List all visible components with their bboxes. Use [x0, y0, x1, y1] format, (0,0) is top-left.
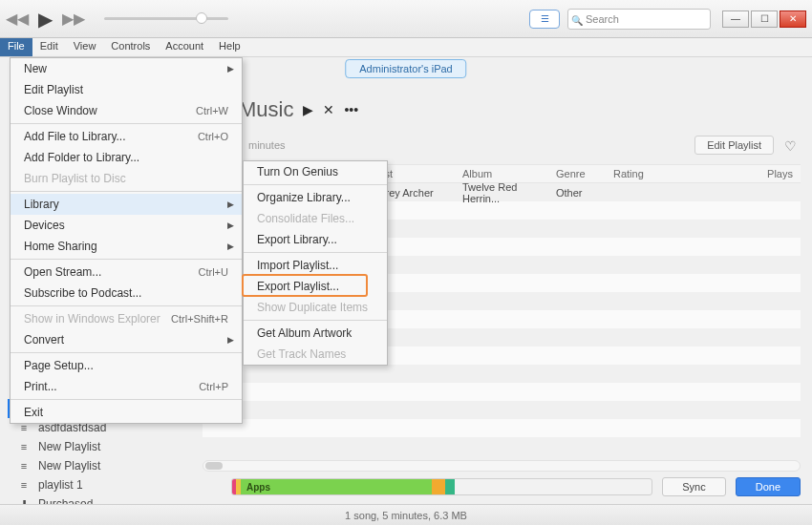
menu-item[interactable]: Library▶	[11, 194, 242, 215]
menu-item[interactable]: Convert▶	[11, 329, 242, 350]
status-bar: 1 song, 5 minutes, 6.3 MB	[0, 504, 812, 525]
storage-seg-teal	[445, 479, 455, 494]
table-row[interactable]	[203, 383, 801, 401]
menu-item[interactable]: Exit	[11, 402, 242, 423]
maximize-button[interactable]: ☐	[751, 10, 778, 28]
storage-seg-apps: Apps	[241, 479, 432, 494]
sidebar-label: New Playlist	[38, 459, 100, 472]
love-icon[interactable]: ♡	[784, 138, 797, 154]
sync-button[interactable]: Sync	[662, 477, 725, 496]
col-rating[interactable]: Rating	[608, 168, 665, 179]
menu-item[interactable]: Close WindowCtrl+W	[11, 100, 242, 121]
sidebar-label: New Playlist	[38, 440, 100, 453]
menu-item[interactable]: Get Album Artwork	[244, 323, 387, 344]
table-row[interactable]	[203, 401, 801, 419]
device-pill[interactable]: Administrator's iPad	[345, 59, 466, 78]
menu-item[interactable]: Subscribe to Podcast...	[11, 283, 242, 304]
menu-account[interactable]: Account	[158, 38, 211, 56]
menu-item[interactable]: Add Folder to Library...	[11, 147, 242, 168]
sidebar-item[interactable]: ≡playlist 1	[8, 475, 199, 494]
done-button[interactable]: Done	[736, 477, 801, 496]
shuffle-icon[interactable]: ✕	[323, 102, 334, 117]
menu-item[interactable]: New▶	[11, 58, 242, 79]
menu-item[interactable]: Turn On Genius	[244, 161, 387, 182]
menubar: FileEditViewControlsAccountHelp	[0, 38, 812, 57]
menu-item: Show in Windows ExplorerCtrl+Shift+R	[11, 308, 242, 329]
content-header: Music ▶ ✕ •••	[239, 97, 358, 122]
volume-thumb[interactable]	[196, 12, 207, 24]
edit-playlist-button[interactable]: Edit Playlist	[694, 136, 774, 155]
menu-item[interactable]: Organize Library...	[244, 187, 387, 208]
sidebar-icon: ≡	[17, 479, 31, 491]
cell-genre: Other	[550, 187, 608, 199]
storage-bar: Apps	[231, 478, 652, 495]
close-button[interactable]: ✕	[780, 10, 806, 28]
search-placeholder: Search	[586, 13, 619, 25]
search-input[interactable]: Search	[567, 9, 711, 30]
scroll-thumb[interactable]	[205, 462, 223, 470]
titlebar-right: ☰ Search — ☐ ✕	[529, 9, 806, 30]
menu-item: Consolidate Files...	[244, 208, 387, 229]
menu-item: Burn Playlist to Disc	[11, 168, 242, 189]
volume-slider[interactable]	[104, 17, 228, 20]
storage-bar-row: Apps Sync Done	[231, 477, 801, 496]
playlist-subinfo: minutes	[248, 139, 286, 151]
sidebar-icon: ≡	[17, 441, 31, 452]
play-all-icon[interactable]: ▶	[303, 102, 313, 117]
menu-item[interactable]: Edit Playlist	[11, 79, 242, 100]
menu-item[interactable]: Print...Ctrl+P	[11, 376, 242, 397]
sidebar-item[interactable]: ≡New Playlist	[8, 456, 199, 475]
col-genre[interactable]: Genre	[550, 168, 608, 179]
page-title: Music	[239, 97, 293, 122]
prev-track-button[interactable]: ◀◀	[6, 10, 29, 28]
titlebar: ◀◀ ▶ ▶▶ ☰ Search — ☐ ✕	[0, 0, 812, 38]
menu-item[interactable]: Page Setup...	[11, 355, 242, 376]
library-submenu: Turn On GeniusOrganize Library...Consoli…	[243, 160, 388, 366]
minimize-button[interactable]: —	[722, 10, 749, 28]
menu-view[interactable]: View	[66, 38, 104, 56]
menu-item: Get Track Names	[244, 344, 387, 365]
window-buttons: — ☐ ✕	[722, 10, 806, 28]
menu-item[interactable]: Import Playlist...	[244, 255, 387, 276]
sidebar-label: playlist 1	[38, 478, 83, 492]
menu-file[interactable]: File	[0, 38, 32, 56]
col-album[interactable]: Album	[457, 168, 550, 179]
menu-item: Show Duplicate Items	[244, 297, 387, 318]
col-plays[interactable]: Plays	[665, 168, 801, 179]
file-menu: New▶Edit PlaylistClose WindowCtrl+WAdd F…	[10, 57, 243, 424]
menu-item[interactable]: Export Library...	[244, 229, 387, 250]
menu-item[interactable]: Open Stream...Ctrl+U	[11, 262, 242, 283]
list-view-toggle[interactable]: ☰	[529, 10, 560, 29]
more-icon[interactable]: •••	[344, 102, 358, 117]
menu-controls[interactable]: Controls	[103, 38, 158, 56]
horizontal-scrollbar[interactable]	[203, 460, 801, 472]
play-button[interactable]: ▶	[38, 8, 53, 31]
menu-item[interactable]: Add File to Library...Ctrl+O	[11, 126, 242, 147]
menu-edit[interactable]: Edit	[32, 38, 66, 56]
menu-item[interactable]: Home Sharing▶	[11, 236, 242, 257]
table-row[interactable]	[203, 365, 801, 383]
menu-item[interactable]: Export Playlist...	[244, 276, 387, 297]
transport-controls: ◀◀ ▶ ▶▶	[6, 8, 228, 31]
menu-item[interactable]: Devices▶	[11, 215, 242, 236]
menu-help[interactable]: Help	[211, 38, 248, 56]
sidebar-item[interactable]: ≡New Playlist	[8, 437, 199, 456]
next-track-button[interactable]: ▶▶	[62, 10, 85, 28]
sidebar-icon: ≡	[17, 460, 31, 472]
storage-seg-orange	[432, 479, 445, 494]
table-row[interactable]	[203, 419, 801, 437]
cell-album: Twelve Red Herrin...	[457, 181, 550, 204]
